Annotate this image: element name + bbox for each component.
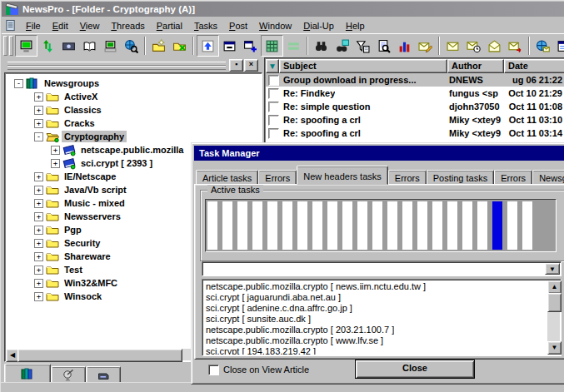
article-row[interactable]: Re: spoofing a crlMiky <xtey9Oct 11 03:1… — [266, 127, 564, 140]
article-checkbox[interactable] — [268, 88, 279, 99]
menu-threads[interactable]: Threads — [105, 18, 150, 32]
globemail-button[interactable] — [532, 36, 553, 56]
stripes-button[interactable] — [283, 36, 304, 56]
expand-icon[interactable]: + — [34, 265, 43, 275]
task-combobox[interactable]: ▼ — [202, 261, 562, 276]
task-list-scrollbar[interactable]: ▲ ▼ — [547, 280, 560, 355]
article-row[interactable]: Re: Findkeyfungus <spOct 10 21:29 — [266, 87, 564, 100]
panel-grip[interactable] — [7, 66, 226, 70]
workspace-tab-satellite[interactable] — [51, 366, 86, 384]
article-checkbox[interactable] — [268, 102, 279, 112]
envpen-button[interactable] — [415, 36, 436, 56]
binoculars-button[interactable] — [311, 36, 332, 56]
tab-errors[interactable]: Errors — [258, 170, 297, 185]
filter-button[interactable] — [352, 36, 373, 56]
sync-button[interactable] — [37, 36, 58, 56]
expand-icon[interactable]: + — [34, 92, 43, 102]
date-column-header[interactable]: Date — [504, 59, 564, 73]
article-row[interactable]: Re: spoofing a crlMiky <xtey9Oct 11 03:1… — [266, 113, 564, 127]
tab-errors[interactable]: Errors — [388, 170, 427, 185]
close-button[interactable]: Close — [355, 360, 475, 379]
article-checkbox[interactable] — [268, 115, 279, 126]
computer-button[interactable] — [100, 36, 121, 56]
panel-dock-button[interactable]: ▪ — [229, 59, 243, 72]
menu-help[interactable]: Help — [340, 18, 371, 32]
tree-item-classics[interactable]: +Classics — [7, 103, 260, 117]
combobox-dropdown-button[interactable]: ▼ — [545, 263, 560, 275]
task-list-item[interactable]: netscape.public.mozilla.crypto [ 203.21.… — [204, 325, 547, 335]
sort-column-header[interactable]: ▼ — [266, 59, 279, 73]
menu-view[interactable]: View — [74, 18, 106, 32]
workspace-tab-books[interactable] — [4, 364, 51, 384]
scroll-thumb[interactable] — [17, 349, 182, 362]
task-list-item[interactable]: sci.crypt [ sunsite.auc.dk ] — [204, 314, 547, 325]
connect-button[interactable] — [15, 35, 37, 57]
workspace-tab-drive[interactable] — [86, 366, 121, 384]
expand-icon[interactable]: + — [51, 146, 60, 155]
expand-icon[interactable]: + — [34, 292, 43, 301]
panelmin-button[interactable] — [219, 36, 240, 56]
envopen-button[interactable] — [484, 36, 505, 56]
tree-item-newsgroups[interactable]: -Newsgroups — [7, 77, 260, 90]
scroll-up-icon[interactable]: ▲ — [547, 280, 562, 294]
task-list-item[interactable]: netscape.public.mozilla.crypto [ news.ii… — [204, 281, 547, 292]
tree-item-cryptography[interactable]: -Cryptography — [7, 130, 260, 143]
panelup-button[interactable] — [197, 35, 219, 57]
collapse-icon[interactable]: - — [14, 79, 23, 88]
toolbar-grip[interactable] — [9, 36, 13, 56]
expand-icon[interactable]: + — [34, 186, 43, 195]
subject-column-header[interactable]: Subject — [279, 59, 447, 73]
task-listbox[interactable]: netscape.public.mozilla.crypto [ news.ii… — [202, 279, 562, 356]
scroll-down-icon[interactable]: ▼ — [547, 341, 562, 355]
menu-partial[interactable]: Partial — [151, 18, 188, 32]
menu-dialup[interactable]: Dial-Up — [297, 18, 340, 32]
article-row[interactable]: Group download in progress...DNEWSug 06 … — [266, 73, 564, 87]
tab-new-headers-tasks[interactable]: New headers tasks — [297, 166, 388, 185]
openbook-button[interactable] — [79, 36, 100, 56]
binocdoc-button[interactable] — [332, 36, 352, 56]
envclock-button[interactable] — [463, 36, 484, 56]
expand-icon[interactable]: + — [34, 279, 43, 288]
foldernew-button[interactable] — [148, 36, 169, 56]
panelplus-button[interactable] — [240, 36, 261, 56]
cdrom-button[interactable] — [58, 36, 79, 56]
envfwd-button[interactable] — [505, 36, 526, 56]
menu-post[interactable]: Post — [223, 18, 253, 32]
mdi-child-icon[interactable] — [4, 19, 17, 32]
menu-tasks[interactable]: Tasks — [188, 18, 223, 32]
expand-icon[interactable]: + — [34, 212, 43, 221]
menu-window[interactable]: Window — [253, 18, 297, 32]
tree-item-activex[interactable]: +ActiveX — [7, 90, 260, 103]
close-on-view-checkbox[interactable] — [208, 365, 219, 375]
globesearch-button[interactable] — [121, 36, 142, 56]
docsearch-button[interactable] — [373, 36, 394, 56]
folderdel-button[interactable] — [169, 36, 190, 56]
title-bar[interactable]: NewsPro - [Folder - Cryptography (A)] — [2, 2, 564, 17]
tab-errors[interactable]: Errors — [494, 170, 532, 185]
grid-button[interactable] — [261, 35, 283, 57]
scroll-thumb[interactable] — [547, 293, 562, 312]
expand-icon[interactable]: + — [34, 119, 43, 128]
task-list-item[interactable]: sci.crypt [ adenine.c.dna.affrc.go.jp ] — [204, 303, 547, 314]
task-list-item[interactable]: sci.crypt [ 194.183.219.42 ] — [204, 346, 547, 355]
envelope-button[interactable] — [442, 36, 463, 56]
tab-newsgroup-list[interactable]: Newsgroup list — [532, 170, 564, 185]
expand-icon[interactable]: + — [34, 172, 43, 181]
collapse-icon[interactable]: - — [34, 132, 43, 141]
winlist-button[interactable] — [553, 36, 564, 56]
article-row[interactable]: Re: simple questiondjohn37050Oct 11 01:0… — [266, 100, 564, 113]
expand-icon[interactable]: + — [34, 252, 43, 261]
panel-close-button[interactable]: × — [244, 59, 258, 72]
tab-posting-tasks[interactable]: Posting tasks — [427, 170, 494, 185]
expand-icon[interactable]: + — [34, 106, 43, 115]
article-checkbox[interactable] — [268, 75, 279, 86]
menu-file[interactable]: File — [20, 18, 47, 32]
toolbar-grip[interactable] — [3, 36, 7, 56]
expand-icon[interactable]: + — [34, 226, 43, 235]
expand-icon[interactable]: + — [34, 239, 43, 248]
dialog-title-bar[interactable]: Task Manager — [194, 146, 564, 161]
tab-article-tasks[interactable]: Article tasks — [196, 170, 258, 185]
tree-item-cracks[interactable]: +Cracks — [7, 117, 260, 130]
menu-edit[interactable]: Edit — [47, 18, 74, 32]
expand-icon[interactable]: + — [51, 159, 60, 168]
